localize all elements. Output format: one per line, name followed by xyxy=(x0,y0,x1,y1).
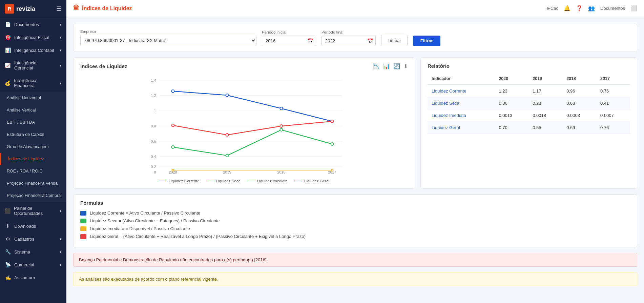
notifications-icon[interactable]: 🔔 xyxy=(564,5,570,12)
val-cell: 0.23 xyxy=(528,97,562,109)
documentos-link[interactable]: Documentos xyxy=(600,6,625,11)
logo: R revizia xyxy=(5,4,53,14)
painel-icon: ⬛ xyxy=(5,208,11,214)
sidebar-item-ebit-ebitda[interactable]: EBIT / EBITDA xyxy=(0,116,66,128)
formula-color-corrente xyxy=(80,211,86,216)
calendar-icon-inicial[interactable]: 📅 xyxy=(308,38,313,44)
empresa-select[interactable]: 08.970.866/0001-37 - Indústria XX Matriz xyxy=(80,35,256,46)
sidebar-item-projecao-compra[interactable]: Projeção Financeira Compra xyxy=(0,189,66,202)
logo-icon: R xyxy=(5,4,14,14)
help-icon[interactable]: ❓ xyxy=(576,5,583,12)
chevron-icon: ▾ xyxy=(60,250,62,254)
table-row: Liquidez Imediata 0.0013 0.0018 0.0003 0… xyxy=(428,109,630,122)
svg-text:0: 0 xyxy=(154,170,156,174)
val-cell: 0.69 xyxy=(562,122,596,134)
svg-text:0.6: 0.6 xyxy=(151,139,156,143)
sidebar-item-comercial[interactable]: 📡 Comercial ▾ xyxy=(0,258,66,271)
sidebar-item-analise-horizontal[interactable]: Análise Horizontal xyxy=(0,92,66,104)
svg-text:1.2: 1.2 xyxy=(151,94,156,98)
imediata-dot xyxy=(247,181,255,181)
sidebar-item-inteligencia-fiscal[interactable]: 🎯 Inteligência Fiscal ▾ xyxy=(0,31,66,44)
submenu-label: Análise Vertical xyxy=(7,108,36,113)
sidebar-item-assinatura[interactable]: ✍ Assinatura xyxy=(0,271,66,284)
submenu-label: EBIT / EBITDA xyxy=(7,120,35,125)
sidebar-item-label: Downloads xyxy=(14,224,36,229)
sidebar-item-roe-roa-roic[interactable]: ROE / ROA / ROIC xyxy=(0,165,66,177)
table-row: Liquidez Geral 0.70 0.55 0.69 0.76 xyxy=(428,122,630,134)
users-icon[interactable]: 👥 xyxy=(588,5,595,12)
alert-warning: As análises são executadas de acordo com… xyxy=(73,272,637,286)
val-cell: 0.76 xyxy=(596,85,630,97)
bar-chart-icon[interactable]: 📊 xyxy=(383,63,390,69)
table-header-row: Indicador 2020 2019 2018 2017 xyxy=(428,73,630,85)
sidebar-item-label: Inteligência Financeira xyxy=(14,78,56,88)
corrente-dot xyxy=(159,181,167,181)
chevron-icon: ▾ xyxy=(60,209,62,213)
sidebar-item-label: Inteligência Fiscal xyxy=(14,35,49,40)
submenu-label: Grau de Alavancagem xyxy=(7,144,49,149)
chart-legend: Liquidez Corrente Liquidez Seca Liquidez… xyxy=(80,179,408,183)
chevron-up-icon: ▴ xyxy=(60,81,62,85)
formula-item-corrente: Liquidez Corrente = Ativo Circulante / P… xyxy=(80,210,630,216)
hamburger-button[interactable]: ☰ xyxy=(56,5,62,13)
line-chart-icon[interactable]: 📉 xyxy=(373,63,380,69)
periodo-final-wrap: 📅 xyxy=(321,36,376,46)
sidebar-item-estrutura-capital[interactable]: Estrutura de Capital xyxy=(0,128,66,141)
limpar-button[interactable]: Limpar xyxy=(381,35,408,46)
chart-header: Índices de Liquidez 📉 📊 🔄 ⬇ xyxy=(80,63,408,69)
indicador-cell: Liquidez Geral xyxy=(428,122,495,134)
col-2018: 2018 xyxy=(562,73,596,85)
sidebar-item-sistema[interactable]: 🔧 Sistema ▾ xyxy=(0,245,66,258)
relatorio-tbody: Liquidez Corrente 1.23 1.17 0.96 0.76 Li… xyxy=(428,85,630,134)
topbar-title-area: 🏛 Índices de Liquidez xyxy=(73,5,542,12)
sidebar-bottom-section: ⬛ Painel de Oportunidades ▾ ⬇ Downloads … xyxy=(0,202,66,284)
svg-text:0.8: 0.8 xyxy=(151,124,156,128)
sidebar-item-projecao-venda[interactable]: Projeção Financeira Venda xyxy=(0,177,66,189)
sidebar-item-downloads[interactable]: ⬇ Downloads xyxy=(0,220,66,233)
svg-point-31 xyxy=(280,125,283,127)
sidebar-item-analise-vertical[interactable]: Análise Vertical xyxy=(0,104,66,116)
ecac-link[interactable]: e-Cac xyxy=(546,6,558,11)
sidebar-item-inteligencia-financeira[interactable]: 💰 Inteligência Financeira ▴ xyxy=(0,74,66,92)
seca-label: Liquidez Seca xyxy=(216,179,241,183)
formula-item-seca: Liquidez Seca = (Ativo Circulante − Esto… xyxy=(80,218,630,223)
svg-text:2019: 2019 xyxy=(223,170,231,174)
table-row: Liquidez Seca 0.36 0.23 0.63 0.41 xyxy=(428,97,630,109)
sidebar-item-inteligencia-gerencial[interactable]: 📈 Inteligência Gerencial ▾ xyxy=(0,57,66,74)
refresh-icon[interactable]: 🔄 xyxy=(393,63,400,69)
val-cell: 0.55 xyxy=(528,122,562,134)
documentos-icon: 📄 xyxy=(5,22,11,27)
submenu-financeira: Análise Horizontal Análise Vertical EBIT… xyxy=(0,92,66,202)
sidebar-item-label: Inteligência Gerencial xyxy=(14,60,56,70)
sidebar-item-indices-liquidez[interactable]: Índices de Liquidez xyxy=(0,153,66,165)
sidebar-item-grau-alavancagem[interactable]: Grau de Alavancagem xyxy=(0,141,66,153)
periodo-final-field: Período final 📅 xyxy=(321,30,376,46)
expand-icon[interactable]: ⬜ xyxy=(630,5,637,12)
svg-point-24 xyxy=(226,154,229,157)
sidebar-item-label: Cadastros xyxy=(14,237,34,242)
submenu-label: Estrutura de Capital xyxy=(7,132,44,137)
filtrar-button[interactable]: Filtrar xyxy=(413,36,440,46)
svg-point-23 xyxy=(172,146,174,148)
sidebar-item-inteligencia-contabil[interactable]: 📊 Inteligência Contábil ▾ xyxy=(0,44,66,57)
downloads-icon: ⬇ xyxy=(5,223,11,229)
fiscal-icon: 🎯 xyxy=(5,35,11,40)
submenu-label: Análise Horizontal xyxy=(7,96,41,100)
sidebar-item-label: Assinatura xyxy=(14,275,35,280)
chart-actions: 📉 📊 🔄 ⬇ xyxy=(373,63,408,69)
cadastros-icon: ⚙ xyxy=(5,236,11,242)
submenu-label: ROE / ROA / ROIC xyxy=(7,169,43,174)
relatorio-table: Indicador 2020 2019 2018 2017 Liquidez C… xyxy=(428,73,630,134)
formula-text-geral: Liquidez Geral = (Ativo Circulante + Rea… xyxy=(90,234,306,239)
val-cell: 0.41 xyxy=(596,97,630,109)
formula-text-corrente: Liquidez Corrente = Ativo Circulante / P… xyxy=(90,210,200,216)
download-chart-icon[interactable]: ⬇ xyxy=(403,63,408,69)
val-cell: 0.70 xyxy=(495,122,528,134)
sidebar-item-cadastros[interactable]: ⚙ Cadastros ▾ xyxy=(0,233,66,245)
calendar-icon-final[interactable]: 📅 xyxy=(367,38,373,44)
sidebar-item-documentos[interactable]: 📄 Documentos ▾ xyxy=(0,18,66,31)
submenu-label: Projeção Financeira Compra xyxy=(7,193,61,198)
sidebar-item-painel-oportunidades[interactable]: ⬛ Painel de Oportunidades ▾ xyxy=(0,202,66,220)
empresa-field: Empresa 08.970.866/0001-37 - Indústria X… xyxy=(80,29,256,46)
liquidez-icon: 🏛 xyxy=(73,5,79,12)
